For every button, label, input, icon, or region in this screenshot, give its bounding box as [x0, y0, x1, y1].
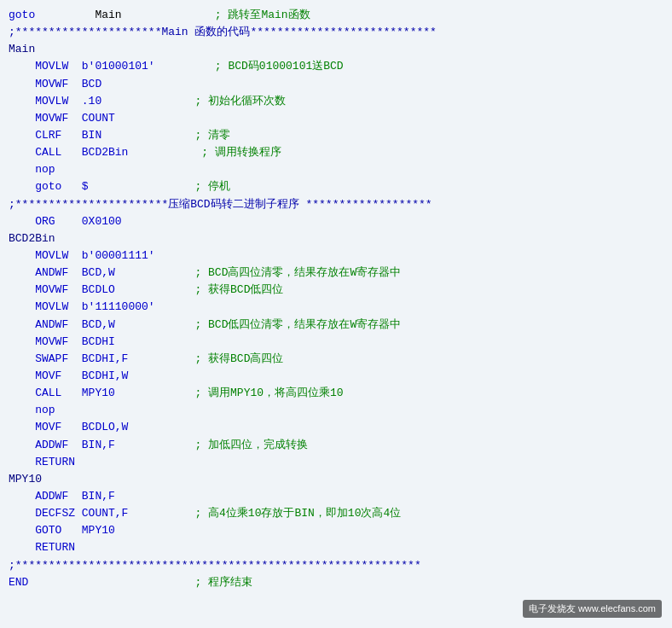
code-text: BCD2Bin	[9, 230, 55, 247]
code-text: ANDWF BCD,W	[9, 317, 115, 334]
code-line: MOVF BCDHI,W	[9, 368, 663, 385]
code-line: END ; 程序结束	[9, 574, 663, 591]
code-text: CLRF BIN	[9, 127, 101, 144]
code-line: ADDWF BIN,F ; 加低四位，完成转换	[9, 437, 663, 454]
code-text: ; 程序结束	[28, 574, 252, 591]
code-text: nop	[9, 402, 55, 419]
code-text: RETURN	[9, 539, 75, 556]
code-line: ADDWF BIN,F	[9, 488, 663, 505]
code-text: SWAPF BCDHI,F	[9, 351, 128, 368]
code-text: Main	[9, 41, 35, 58]
code-line: goto $ ; 停机	[9, 178, 663, 195]
code-text: ;***********************压缩BCD码转二进制子程序 **…	[9, 196, 432, 213]
code-text: END	[9, 574, 28, 591]
code-line: ;***********************压缩BCD码转二进制子程序 **…	[9, 196, 663, 213]
code-text: ; BCD低四位清零，结果存放在W寄存器中	[115, 317, 401, 334]
code-line: CLRF BIN ; 清零	[9, 127, 663, 144]
code-text: MOVWF BCDHI	[9, 334, 115, 351]
code-text: goto	[9, 7, 35, 24]
code-text: Main	[35, 7, 121, 24]
code-line: CALL BCD2Bin ; 调用转换程序	[9, 144, 663, 161]
code-text: ; 加低四位，完成转换	[115, 437, 308, 454]
code-text: ;***************************************…	[9, 557, 421, 574]
code-line: MOVF BCDLO,W	[9, 419, 663, 436]
code-line: MOVLW .10 ; 初始化循环次数	[9, 93, 663, 110]
code-line: ;***************************************…	[9, 557, 663, 574]
code-text: ; 获得BCD低四位	[115, 282, 284, 299]
code-text: ANDWF BCD,W	[9, 265, 115, 282]
code-line: MOVLW b'00001111'	[9, 247, 663, 265]
code-text: goto $	[9, 178, 89, 195]
code-text: RETURN	[9, 454, 75, 471]
code-line: RETURN	[9, 454, 663, 471]
code-line: nop	[9, 402, 663, 419]
code-text: MOVLW .10	[9, 93, 101, 110]
code-line: Main	[9, 41, 663, 58]
code-line: ;**********************Main 函数的代码*******…	[9, 24, 663, 41]
code-line: MOVWF BCDHI	[9, 334, 663, 351]
code-text: CALL MPY10	[9, 385, 115, 402]
code-line: MOVLW b'01000101' ; BCD码01000101送BCD	[9, 58, 663, 75]
code-text: ADDWF BIN,F	[9, 437, 115, 454]
code-text: ADDWF BIN,F	[9, 488, 115, 505]
code-text: MOVLW b'11110000'	[9, 299, 155, 316]
code-text: ; 初始化循环次数	[101, 93, 286, 110]
code-line: CALL MPY10 ; 调用MPY10，将高四位乘10	[9, 385, 663, 402]
code-line: nop	[9, 161, 663, 178]
code-text: ;**********************Main 函数的代码*******…	[9, 24, 437, 41]
code-text: DECFSZ COUNT,F	[9, 505, 128, 522]
code-line: RETURN	[9, 539, 663, 556]
code-text: MOVF BCDLO,W	[9, 419, 128, 436]
code-text: ; 跳转至Main函数	[122, 7, 310, 24]
code-text: MOVWF COUNT	[9, 110, 115, 127]
code-container: goto Main ; 跳转至Main函数;******************…	[0, 0, 672, 628]
code-line: BCD2Bin	[9, 230, 663, 247]
code-text: MOVWF BCD	[9, 76, 101, 93]
code-text: ORG 0X0100	[9, 213, 122, 230]
code-line: MPY10	[9, 471, 663, 488]
code-text: GOTO MPY10	[9, 522, 115, 539]
code-line: MOVWF BCD	[9, 76, 663, 93]
code-text: ; 停机	[89, 178, 230, 195]
code-text: ; BCD码01000101送BCD	[155, 58, 344, 75]
code-text: ; 清零	[101, 127, 230, 144]
code-text: ; 调用转换程序	[128, 144, 281, 161]
code-line: MOVWF BCDLO ; 获得BCD低四位	[9, 282, 663, 299]
code-text: MOVLW b'01000101'	[9, 58, 155, 75]
code-text: nop	[9, 161, 55, 178]
code-text: MOVWF BCDLO	[9, 282, 115, 299]
code-line: ANDWF BCD,W ; BCD高四位清零，结果存放在W寄存器中	[9, 265, 663, 282]
code-line: MOVWF COUNT	[9, 110, 663, 127]
code-text: MOVLW b'00001111'	[9, 247, 155, 265]
code-line: ORG 0X0100	[9, 213, 663, 230]
code-text: ; 获得BCD高四位	[128, 351, 283, 368]
code-text: ; 高4位乘10存放于BIN，即加10次高4位	[128, 505, 401, 522]
code-line: ANDWF BCD,W ; BCD低四位清零，结果存放在W寄存器中	[9, 317, 663, 334]
code-text: MPY10	[9, 471, 42, 488]
code-line: goto Main ; 跳转至Main函数	[9, 7, 663, 24]
code-text: CALL BCD2Bin	[9, 144, 128, 161]
code-line: DECFSZ COUNT,F ; 高4位乘10存放于BIN，即加10次高4位	[9, 505, 663, 522]
code-text: ; 调用MPY10，将高四位乘10	[115, 385, 344, 402]
code-line: GOTO MPY10	[9, 522, 663, 539]
code-text: ; BCD高四位清零，结果存放在W寄存器中	[115, 265, 401, 282]
code-text: MOVF BCDHI,W	[9, 368, 128, 385]
code-line: MOVLW b'11110000'	[9, 299, 663, 316]
code-line: SWAPF BCDHI,F ; 获得BCD高四位	[9, 351, 663, 368]
